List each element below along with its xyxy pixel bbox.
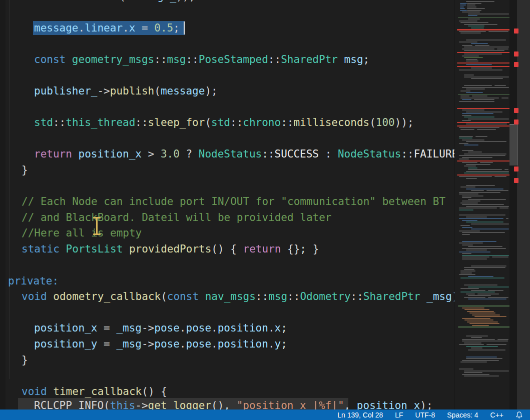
overview-ruler[interactable] <box>509 0 517 410</box>
minimap-line <box>458 94 510 95</box>
minimap-line <box>462 196 483 196</box>
minimap-line <box>464 54 502 54</box>
minimap-line <box>464 284 497 286</box>
minimap-line <box>464 269 474 270</box>
code-line[interactable]: position_x = _msg->pose.pose.position.x; <box>34 320 287 336</box>
minimap-line <box>462 241 496 242</box>
minimap-line <box>460 288 479 289</box>
code-line[interactable]: const geometry_msgs::msg::PoseStamped::S… <box>34 52 369 68</box>
minimap-line <box>460 186 475 188</box>
minimap-line <box>468 298 506 300</box>
minimap-line <box>457 122 511 124</box>
status-language-mode[interactable]: C++ <box>490 411 503 419</box>
minimap-line <box>506 218 508 219</box>
minimap-line <box>460 362 487 362</box>
minimap-line <box>460 270 475 272</box>
status-indentation[interactable]: Spaces: 4 <box>447 411 478 419</box>
notifications-bell-icon[interactable] <box>515 411 523 419</box>
minimap-line <box>467 3 481 4</box>
status-eol-sequence[interactable]: LF <box>395 411 403 419</box>
minimap-line <box>471 290 485 291</box>
minimap-line <box>464 370 509 372</box>
code-line[interactable]: // and BlackBoard. Dateil will be proivi… <box>22 210 332 226</box>
error-marker <box>514 108 518 113</box>
minimap-line <box>467 6 476 8</box>
minimap-line <box>457 66 511 68</box>
code-line[interactable]: sh(message_)); <box>107 0 195 4</box>
minimap-line <box>467 322 498 322</box>
code-line[interactable]: void timer_callback() { <box>22 384 167 400</box>
code-line[interactable]: std::this_thread::sleep_for(std::chrono:… <box>34 115 414 130</box>
minimap-line <box>457 108 511 110</box>
code-line[interactable]: RCLCPP_INFO(this->get_logger(), "positio… <box>34 398 433 410</box>
minimap-line <box>462 374 489 375</box>
minimap-line <box>462 308 484 308</box>
minimap-line <box>471 68 492 68</box>
minimap-line <box>499 208 508 208</box>
minimap-line <box>466 294 475 294</box>
minimap-line <box>464 342 481 344</box>
minimap-line <box>460 90 470 92</box>
minimap-line <box>464 172 509 174</box>
minimap-line <box>466 206 509 207</box>
minimap-line <box>460 98 499 98</box>
code-line[interactable]: position_y = _msg->pose.pose.position.y; <box>34 336 287 352</box>
code-line[interactable]: void odometry_callback(const nav_msgs::m… <box>22 289 454 304</box>
minimap-line <box>459 208 497 208</box>
minimap-line <box>462 253 471 254</box>
minimap-line <box>464 166 476 166</box>
error-marker <box>514 62 518 67</box>
minimap-line <box>471 348 482 348</box>
minimap-line <box>466 59 477 60</box>
status-encoding[interactable]: UTF-8 <box>415 411 435 419</box>
error-marker <box>514 120 518 124</box>
code-line[interactable]: message.linear.x = 0.5; <box>34 20 180 36</box>
minimap-line <box>459 136 473 137</box>
minimap-line <box>459 192 500 193</box>
minimap-line <box>475 136 487 137</box>
minimap-line <box>462 110 484 110</box>
code-line[interactable]: // Each Node can include port IN/OUT for… <box>22 194 445 210</box>
minimap-line <box>459 70 502 70</box>
code-line[interactable]: } <box>22 352 28 368</box>
minimap-line <box>457 174 511 176</box>
minimap-line <box>474 316 506 317</box>
code-line[interactable]: private: <box>8 274 59 289</box>
minimap-line <box>462 87 509 88</box>
minimap-line <box>462 48 494 50</box>
minimap-line <box>471 43 488 44</box>
minimap-line <box>466 92 483 93</box>
minimap-line <box>462 140 484 140</box>
error-marker <box>514 52 518 56</box>
minimap-line <box>464 372 482 373</box>
minimap-line <box>471 224 509 224</box>
minimap-line <box>459 158 469 160</box>
minimap-line <box>459 155 505 156</box>
minimap-slider[interactable] <box>509 124 518 166</box>
minimap-line <box>459 20 477 22</box>
status-cursor-position[interactable]: Ln 139, Col 28 <box>337 411 383 419</box>
code-line[interactable]: return position_x > 3.0 ? NodeStatus::SU… <box>34 146 454 162</box>
minimap-line <box>462 232 505 233</box>
minimap-line <box>459 101 494 102</box>
minimap-line <box>462 340 508 342</box>
minimap-line <box>468 26 484 26</box>
minimap-line <box>462 248 506 249</box>
code-area[interactable]: sh(message_));message.linear.x = 0.5;con… <box>0 0 454 410</box>
code-line[interactable]: publisher_->publish(message); <box>34 84 218 99</box>
minimap-line <box>462 234 470 235</box>
mouse-ibeam-cursor <box>93 217 101 235</box>
minimap-line <box>467 10 481 11</box>
code-line[interactable]: static PortsList providedPorts() { retur… <box>22 242 319 257</box>
code-line[interactable]: } <box>22 162 28 178</box>
minimap-line <box>467 8 485 9</box>
minimap-line <box>480 162 493 163</box>
minimap-line <box>458 17 510 18</box>
status-bar: Ln 139, Col 28 LF UTF-8 Spaces: 4 C++ <box>0 410 530 420</box>
scrollbar-track[interactable] <box>517 0 530 410</box>
minimap-line <box>462 150 473 151</box>
minimap-line <box>468 246 502 247</box>
code-line[interactable]: //Here all is empty <box>22 226 142 241</box>
minimap-line <box>462 157 492 158</box>
minimap-line <box>462 318 490 319</box>
